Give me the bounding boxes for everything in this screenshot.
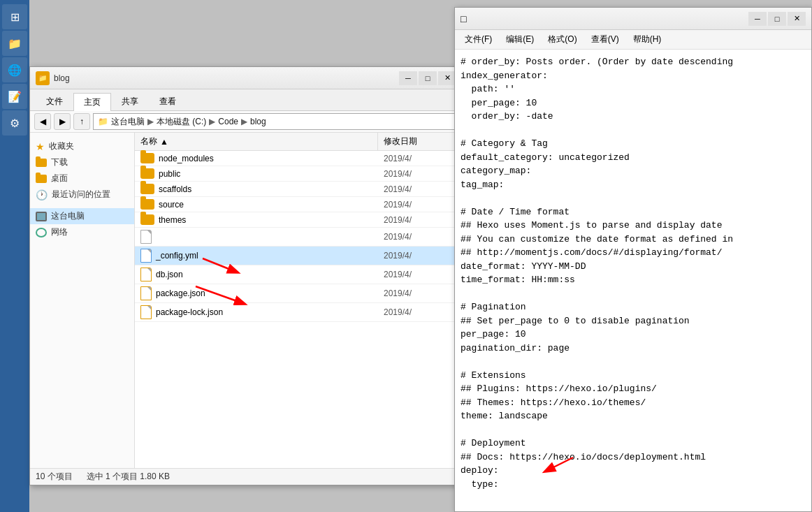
sort-arrow: ▲ (160, 137, 168, 147)
column-date[interactable]: 修改日期 (378, 133, 462, 150)
notepad-titlebar: □ ─ □ ✕ (455, 8, 811, 30)
tab-file[interactable]: 文件 (36, 92, 73, 110)
taskbar-windows-btn[interactable]: ⊞ (2, 4, 27, 29)
sidebar-label-recent: 最近访问的位置 (52, 189, 110, 200)
notepad-title-icon: □ (461, 13, 466, 24)
explorer-titlebar: 📁 blog ─ □ ✕ (30, 67, 462, 89)
notepad-titlebar-controls: ─ □ ✕ (748, 12, 806, 26)
tab-home[interactable]: 主页 (73, 93, 111, 111)
file-name-source: source (135, 199, 378, 210)
notepad-minimize[interactable]: ─ (748, 12, 767, 26)
file-name-node-modules: node_modules (135, 153, 378, 163)
sidebar-item-recent[interactable]: 🕐 最近访问的位置 (30, 186, 134, 203)
sidebar-item-thispc[interactable]: 这台电脑 (30, 208, 134, 224)
sidebar-item-desktop[interactable]: 桌面 (30, 170, 134, 186)
notepad-maximize[interactable]: □ (768, 12, 786, 26)
forward-button[interactable]: ▶ (54, 113, 71, 130)
notepad-close[interactable]: ✕ (788, 12, 806, 26)
minimize-button[interactable]: ─ (399, 71, 417, 85)
sidebar-item-network[interactable]: 网络 (30, 224, 134, 240)
file-item-node-modules[interactable]: node_modules 2019/4/ (135, 151, 462, 166)
sidebar-label-favorites: 收藏夹 (49, 140, 74, 152)
address-bar: ◀ ▶ ↑ 📁 这台电脑 ▶ 本地磁盘 (C:) ▶ Code ▶ blog (30, 111, 462, 133)
up-button[interactable]: ↑ (73, 113, 90, 130)
file-item-db-json[interactable]: db.json 2019/4/ (135, 265, 462, 284)
menu-file[interactable]: 文件(F) (458, 31, 499, 47)
recent-icon: 🕐 (36, 189, 48, 200)
file-item-config-yml[interactable]: _config.yml 2019/4/ (135, 247, 462, 265)
titlebar-controls: ─ □ ✕ (399, 71, 456, 85)
file-item-scaffolds[interactable]: scaffolds 2019/4/ (135, 182, 462, 197)
file-date-themes: 2019/4/ (378, 215, 462, 225)
back-button[interactable]: ◀ (34, 113, 51, 130)
column-name[interactable]: 名称 ▲ (135, 133, 378, 150)
taskbar-btn-2[interactable]: 🌐 (2, 57, 27, 82)
menu-edit[interactable]: 编辑(E) (499, 31, 541, 47)
notepad-content[interactable]: # order_by: Posts order. (Order by date … (455, 50, 811, 511)
file-item-blank[interactable]: 2019/4/ (135, 228, 462, 247)
path-icon: 📁 (98, 117, 108, 126)
file-name-db-json: db.json (135, 268, 378, 281)
file-item-themes[interactable]: themes 2019/4/ (135, 212, 462, 228)
file-name-config-yml: _config.yml (135, 249, 378, 263)
file-name-package-lock-json: package-lock.json (135, 305, 378, 319)
menu-help[interactable]: 帮助(H) (626, 31, 669, 47)
titlebar-left: 📁 blog (36, 71, 70, 85)
explorer-body: ★ 收藏夹 下载 桌面 🕐 最近访问的位置 这台电脑 网络 (30, 133, 462, 468)
file-date-public: 2019/4/ (378, 169, 462, 179)
menu-view[interactable]: 查看(V) (584, 31, 626, 47)
file-date-node-modules: 2019/4/ (378, 154, 462, 163)
folder-icon-desktop (36, 175, 47, 183)
sidebar-item-downloads[interactable]: 下载 (30, 154, 134, 170)
file-name-themes: themes (135, 214, 378, 225)
ribbon-tabs: 文件 主页 共享 查看 (30, 89, 462, 110)
file-date-blank: 2019/4/ (378, 232, 462, 242)
file-date-package-lock-json: 2019/4/ (378, 307, 462, 317)
json-file-icon (140, 268, 152, 281)
notepad-window: □ ─ □ ✕ 文件(F) 编辑(E) 格式(O) 查看(V) 帮助(H) # … (454, 7, 812, 512)
file-name-package-json: package.json (135, 286, 378, 300)
file-name-scaffolds: scaffolds (135, 184, 378, 194)
file-date-scaffolds: 2019/4/ (378, 184, 462, 194)
sidebar-item-favorites[interactable]: ★ 收藏夹 (30, 138, 134, 154)
folder-icon (140, 153, 154, 163)
json-file-icon-3 (140, 305, 152, 319)
file-list: 名称 ▲ 修改日期 node_modules 2019/4/ pu (135, 133, 462, 468)
taskbar-btn-1[interactable]: 📁 (2, 31, 27, 56)
explorer-title: blog (54, 73, 70, 83)
sep-0: ▶ (147, 117, 154, 126)
folder-icon (140, 168, 154, 179)
file-date-package-json: 2019/4/ (378, 288, 462, 298)
sidebar: ★ 收藏夹 下载 桌面 🕐 最近访问的位置 这台电脑 网络 (30, 133, 135, 468)
file-item-package-json[interactable]: package.json 2019/4/ (135, 284, 462, 303)
address-path[interactable]: 📁 这台电脑 ▶ 本地磁盘 (C:) ▶ Code ▶ blog (93, 113, 458, 130)
sidebar-label-desktop: 桌面 (51, 173, 68, 184)
tab-share[interactable]: 共享 (111, 92, 149, 110)
folder-icon (140, 184, 154, 194)
file-date-db-json: 2019/4/ (378, 270, 462, 279)
taskbar-btn-3[interactable]: 📝 (2, 84, 27, 109)
maximize-button[interactable]: □ (419, 71, 437, 85)
path-part-0: 这台电脑 (111, 116, 145, 128)
pc-icon (36, 212, 47, 221)
explorer-window: 📁 blog ─ □ ✕ 文件 主页 共享 查看 ◀ ▶ ↑ 📁 这台电脑 ▶ … (29, 66, 463, 485)
file-item-source[interactable]: source 2019/4/ (135, 197, 462, 212)
tab-view[interactable]: 查看 (149, 92, 187, 110)
yaml-file-icon (140, 249, 152, 263)
file-icon (140, 230, 152, 244)
path-part-1: 本地磁盘 (C:) (157, 116, 206, 128)
path-part-2: Code (218, 117, 238, 126)
file-item-package-lock-json[interactable]: package-lock.json 2019/4/ (135, 303, 462, 322)
folder-icon-downloads (36, 159, 47, 167)
file-list-header: 名称 ▲ 修改日期 (135, 133, 462, 151)
menu-format[interactable]: 格式(O) (541, 31, 583, 47)
ribbon: 文件 主页 共享 查看 (30, 89, 462, 111)
sidebar-label-downloads: 下载 (51, 156, 68, 168)
file-date-config-yml: 2019/4/ (378, 251, 462, 261)
folder-icon (140, 214, 154, 225)
file-date-source: 2019/4/ (378, 200, 462, 210)
taskbar-btn-4[interactable]: ⚙ (2, 110, 27, 136)
status-selected: 选中 1 个项目 1.80 KB (87, 471, 170, 483)
file-item-public[interactable]: public 2019/4/ (135, 166, 462, 182)
explorer-icon: 📁 (36, 71, 50, 85)
